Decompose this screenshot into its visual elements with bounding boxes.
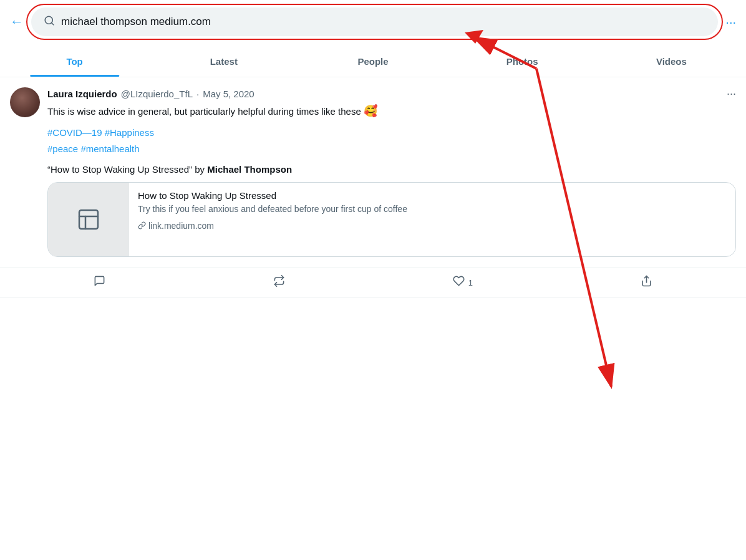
share-icon xyxy=(641,275,652,290)
avatar xyxy=(10,87,40,117)
retweet-button[interactable] xyxy=(273,275,285,290)
svg-line-1 xyxy=(51,22,53,24)
tab-top[interactable]: Top xyxy=(0,46,149,77)
tweet-header: Laura Izquierdo @LIzquierdo_TfL · May 5,… xyxy=(47,87,736,100)
reply-icon xyxy=(94,275,105,290)
link-card-body: How to Stop Waking Up Stressed Try this … xyxy=(129,183,735,256)
tweet-container: Laura Izquierdo @LIzquierdo_TfL · May 5,… xyxy=(0,77,746,268)
avatar-image xyxy=(10,87,40,117)
more-options-button[interactable]: ··· xyxy=(725,15,736,29)
header: ← michael thompson medium.com ··· xyxy=(0,0,746,44)
display-name: Laura Izquierdo xyxy=(47,89,117,99)
article-mention: “How to Stop Waking Up Stressed” by Mich… xyxy=(47,164,736,175)
link-card-image xyxy=(48,183,129,256)
tweet-more-button[interactable]: ··· xyxy=(727,87,736,100)
tweet-actions: 1 xyxy=(0,268,746,298)
link-card-description: Try this if you feel anxious and defeate… xyxy=(138,203,727,216)
tweet-date: May 5, 2020 xyxy=(203,89,254,99)
tweet-text: This is wise advice in general, but part… xyxy=(47,103,736,120)
search-bar-wrapper: michael thompson medium.com xyxy=(31,7,718,36)
hashtags-line1[interactable]: #COVID—19 #Happiness xyxy=(47,125,736,141)
search-input-value: michael thompson medium.com xyxy=(61,16,705,28)
like-count: 1 xyxy=(468,278,473,287)
link-card-url: link.medium.com xyxy=(138,221,727,231)
tab-videos[interactable]: Videos xyxy=(597,46,746,77)
dot-separator: · xyxy=(196,89,199,99)
tweet-content: Laura Izquierdo @LIzquierdo_TfL · May 5,… xyxy=(47,87,736,257)
article-author: Michael Thompson xyxy=(207,164,292,175)
heart-icon xyxy=(453,275,465,290)
retweet-icon xyxy=(273,275,285,290)
search-icon xyxy=(44,15,55,29)
reply-button[interactable] xyxy=(94,275,105,290)
share-button[interactable] xyxy=(641,275,652,290)
search-bar[interactable]: michael thompson medium.com xyxy=(31,7,718,36)
link-card-title: How to Stop Waking Up Stressed xyxy=(138,190,727,201)
username[interactable]: @LIzquierdo_TfL xyxy=(121,89,193,99)
tweet-meta: Laura Izquierdo @LIzquierdo_TfL · May 5,… xyxy=(47,89,254,99)
emoji: 🥰 xyxy=(364,105,377,117)
back-button[interactable]: ← xyxy=(10,14,24,30)
like-button[interactable]: 1 xyxy=(453,275,473,290)
tab-latest[interactable]: Latest xyxy=(149,46,298,77)
hashtags-line2[interactable]: #peace #mentalhealth xyxy=(47,141,736,157)
tabs-bar: Top Latest People Photos Videos xyxy=(0,46,746,77)
link-card[interactable]: How to Stop Waking Up Stressed Try this … xyxy=(47,182,736,257)
svg-rect-2 xyxy=(79,210,98,229)
tab-people[interactable]: People xyxy=(298,46,447,77)
hashtags[interactable]: #COVID—19 #Happiness #peace #mentalhealt… xyxy=(47,125,736,157)
tab-photos[interactable]: Photos xyxy=(448,46,597,77)
